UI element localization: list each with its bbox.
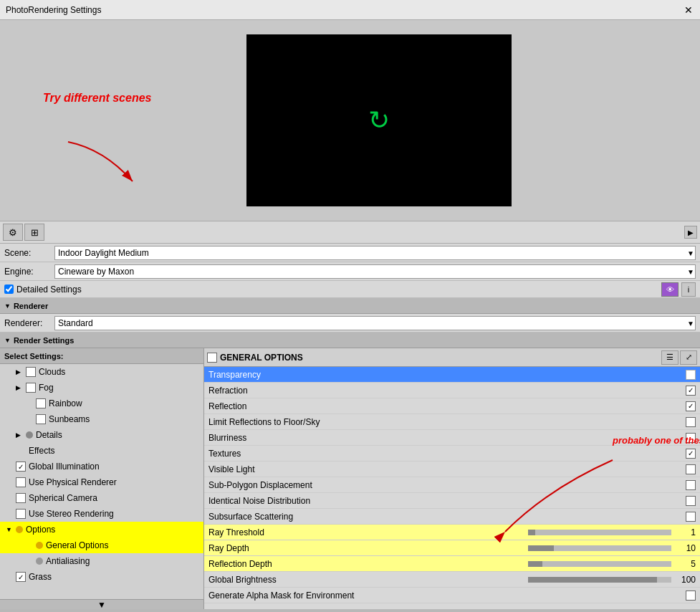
effects-label: Effects xyxy=(29,446,54,456)
tree-item-physical-renderer[interactable]: ▶ Use Physical Renderer xyxy=(0,474,203,490)
info-button[interactable]: i xyxy=(681,282,696,297)
renderer-select[interactable]: Standard xyxy=(54,316,696,330)
settings-row-generate-alpha: Generate Alpha Mask for Environment xyxy=(204,588,700,603)
tree-item-options[interactable]: ▼ Options xyxy=(0,522,203,537)
toolbar-row: ⚙ ⊞ ▶ xyxy=(0,221,700,244)
details-expand-icon: ▶ xyxy=(16,431,26,439)
gear-icon: ⚙ xyxy=(9,227,17,238)
annotation-settings: probably one of these settings? xyxy=(613,435,700,446)
preview-canvas: ↻ xyxy=(246,34,512,206)
sub-polygon-checkbox[interactable] xyxy=(686,480,696,490)
engine-select[interactable]: Cineware by Maxon xyxy=(54,264,696,279)
right-panel-wrapper: GENERAL OPTIONS ☰ ⤢ probably one of thes… xyxy=(204,348,700,609)
sunbeams-label: Sunbeams xyxy=(49,414,90,424)
textures-checkbox[interactable] xyxy=(686,449,696,459)
global-brightness-label: Global Brightness xyxy=(208,575,528,585)
physical-renderer-checkbox[interactable] xyxy=(16,477,26,487)
tree-item-spherical-camera[interactable]: ▶ Spherical Camera xyxy=(0,490,203,506)
reflection-depth-slider[interactable] xyxy=(528,561,671,567)
options-expand-icon: ▼ xyxy=(6,526,16,533)
transparency-label: Transparency xyxy=(208,370,686,380)
tree-item-antialiasing[interactable]: ▶ Antialiasing xyxy=(0,553,203,569)
reflection-depth-label: Reflection Depth xyxy=(208,559,528,569)
stereo-rendering-checkbox[interactable] xyxy=(16,509,26,519)
settings-row-visible-light: Visible Light xyxy=(204,462,700,477)
refraction-checkbox[interactable] xyxy=(686,386,696,396)
engine-row: Engine: Cineware by Maxon ▼ xyxy=(0,262,700,281)
renderer-section-header[interactable]: ▼ Renderer xyxy=(0,298,700,314)
grass-checkbox[interactable] xyxy=(16,572,26,582)
grid-button[interactable]: ⊞ xyxy=(24,224,44,241)
ray-depth-slider[interactable] xyxy=(528,545,671,551)
detailed-settings-checkbox[interactable] xyxy=(4,285,14,294)
tree-item-sunbeams[interactable]: ▶ Sunbeams xyxy=(0,411,203,427)
expand-right-button[interactable]: ▶ xyxy=(684,226,697,239)
options-label: Options xyxy=(26,525,55,535)
spherical-camera-checkbox[interactable] xyxy=(16,493,26,503)
identical-noise-checkbox[interactable] xyxy=(686,496,696,506)
settings-row-identical-noise: Identical Noise Distribution xyxy=(204,493,700,509)
fog-checkbox[interactable] xyxy=(26,383,36,393)
window-title: PhotoRendering Settings xyxy=(6,5,101,15)
antialiasing-label: Antialiasing xyxy=(46,556,90,566)
global-illumination-label: Global Illumination xyxy=(29,462,100,472)
settings-row-sub-polygon: Sub-Polygon Displacement xyxy=(204,477,700,493)
engine-label: Engine: xyxy=(4,267,54,277)
tree-item-clouds[interactable]: ▶ Clouds xyxy=(0,364,203,380)
settings-row-limit-reflections: Limit Reflections to Floor/Sky xyxy=(204,414,700,430)
subsurface-checkbox[interactable] xyxy=(686,512,696,522)
spherical-camera-label: Spherical Camera xyxy=(29,493,97,503)
reflection-depth-fill xyxy=(528,561,542,567)
limit-reflections-checkbox[interactable] xyxy=(686,417,696,427)
global-illumination-checkbox[interactable] xyxy=(16,462,26,472)
tree-item-rainbow[interactable]: ▶ Rainbow xyxy=(0,396,203,411)
ray-threshold-value: 1 xyxy=(674,527,696,537)
tree-item-stereo-rendering[interactable]: ▶ Use Stereo Rendering xyxy=(0,506,203,522)
sunbeams-checkbox[interactable] xyxy=(36,414,46,424)
grid-icon: ⊞ xyxy=(31,227,39,238)
background-section-header[interactable]: ▶ Background xyxy=(0,609,700,612)
left-scroll-down[interactable]: ▼ xyxy=(0,599,203,609)
transparency-checkbox[interactable] xyxy=(686,370,696,380)
textures-label: Textures xyxy=(208,449,686,459)
tree-item-effects[interactable]: ▶ Effects xyxy=(0,443,203,459)
title-bar: PhotoRendering Settings ✕ xyxy=(0,0,700,20)
grass-label: Grass xyxy=(29,572,52,582)
list-view-button[interactable]: ☰ xyxy=(661,350,679,365)
tree-item-global-illumination[interactable]: ▶ Global Illumination xyxy=(0,459,203,474)
loading-icon: ↻ xyxy=(368,105,390,135)
settings-row-ray-depth: Ray Depth 10 xyxy=(204,540,700,556)
clouds-checkbox[interactable] xyxy=(26,367,36,377)
annotation-try-scenes: Try different scenes xyxy=(43,92,151,105)
settings-row-global-brightness: Global Brightness 100 xyxy=(204,572,700,588)
physical-renderer-label: Use Physical Renderer xyxy=(29,477,117,487)
limit-reflections-label: Limit Reflections to Floor/Sky xyxy=(208,417,686,427)
settings-row-ray-threshold: Ray Threshold 1 xyxy=(204,525,700,540)
fog-label: Fog xyxy=(39,383,54,393)
reflection-label: Reflection xyxy=(208,401,686,411)
general-options-header-checkbox[interactable] xyxy=(207,353,217,363)
global-brightness-slider[interactable] xyxy=(528,577,671,583)
tree-item-details[interactable]: ▶ Details xyxy=(0,427,203,443)
tree-item-general-options[interactable]: ▶ General Options xyxy=(0,537,203,553)
render-settings-section-header[interactable]: ▼ Render Settings xyxy=(0,333,700,348)
details-label: Details xyxy=(36,430,62,440)
right-content: probably one of these settings? xyxy=(204,367,700,609)
scene-select[interactable]: Indoor Daylight Medium xyxy=(54,246,696,260)
reflection-checkbox[interactable] xyxy=(686,401,696,411)
visible-light-checkbox[interactable] xyxy=(686,464,696,474)
expand-settings-button[interactable]: ⤢ xyxy=(680,350,697,365)
tree-item-grass[interactable]: ▶ Grass xyxy=(0,569,203,585)
settings-row-subsurface: Subsurface Scattering xyxy=(204,509,700,525)
reflection-depth-value: 5 xyxy=(674,559,696,569)
rainbow-checkbox[interactable] xyxy=(36,398,46,408)
ray-threshold-slider[interactable] xyxy=(528,530,671,535)
close-button[interactable]: ✕ xyxy=(683,4,694,16)
visible-light-label: Visible Light xyxy=(208,464,686,474)
renderer-select-wrapper: Standard ▼ xyxy=(54,316,696,330)
tree-item-fog[interactable]: ▶ Fog xyxy=(0,380,203,396)
generate-alpha-checkbox[interactable] xyxy=(686,591,696,601)
gear-button[interactable]: ⚙ xyxy=(3,224,23,241)
eye-button[interactable]: 👁 xyxy=(661,282,679,297)
select-settings-label: Select Settings: xyxy=(4,352,64,360)
